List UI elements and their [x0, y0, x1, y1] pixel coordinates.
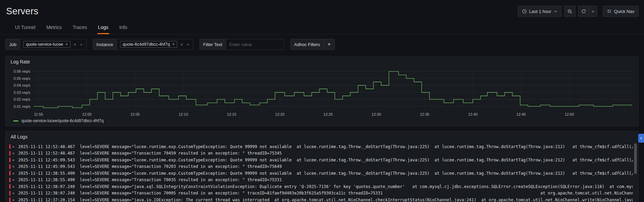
- log-row[interactable]: ▸2025-11-11 12:52:48.467 level=SEVERE me…: [9, 143, 633, 150]
- x-axis-label: 12:10: [179, 112, 188, 116]
- remove-chip-icon[interactable]: ×: [172, 42, 175, 46]
- chart-legend: quote-service-lucee/quote-6c4d97dbcc-4hf…: [6, 117, 638, 126]
- y-axis-label: 0.02 req/s: [14, 97, 30, 101]
- tab-traces[interactable]: Traces: [72, 20, 88, 34]
- tab-ui-tunnel[interactable]: UI Tunnel: [14, 20, 36, 34]
- log-text: 2025-11-11 12:38:55.490 level=SEVERE mes…: [18, 171, 633, 176]
- top-bar: Servers Last 1 hour: [0, 0, 644, 20]
- filter-text-label: Filter Text: [199, 39, 226, 50]
- adhoc-filters-label: Adhoc Filters: [290, 39, 324, 50]
- log-rate-chart[interactable]: [34, 67, 632, 111]
- x-axis-label: 12:00: [82, 112, 92, 116]
- log-level-bar: [9, 184, 11, 189]
- log-level-bar: [9, 171, 11, 175]
- log-text: 2025-11-11 12:52:48.467 level=SEVERE mes…: [18, 151, 282, 156]
- add-adhoc-filter-button[interactable]: +: [324, 39, 335, 50]
- y-axis-label: 0.06 req/s: [14, 69, 30, 73]
- expand-log-icon[interactable]: ▸: [13, 172, 16, 175]
- expand-log-icon[interactable]: ▸: [13, 198, 16, 202]
- time-range-picker-button[interactable]: Last 1 hour: [518, 6, 561, 17]
- chevron-down-icon: [591, 10, 595, 13]
- x-axis-label: 12:30: [372, 112, 381, 116]
- log-rate-panel: Log Rate 0.01 req/s0.02 req/s0.03 req/s0…: [5, 56, 639, 126]
- log-list: ▸2025-11-11 12:52:48.467 level=SEVERE me…: [9, 143, 633, 202]
- scrollbar-thumb[interactable]: [634, 143, 637, 174]
- log-row[interactable]: ▸2025-11-11 12:45:09.543 level=SEVERE me…: [9, 157, 633, 163]
- x-axis-label: 12:15: [227, 112, 237, 116]
- toolbar: Last 1 hour: [518, 6, 639, 17]
- log-row[interactable]: ▸2025-11-11 12:45:09.543 level=SEVERE me…: [9, 163, 633, 170]
- expand-log-icon[interactable]: ▸: [13, 191, 16, 195]
- expand-log-icon[interactable]: ▸: [13, 145, 16, 148]
- legend-series-label[interactable]: quote-service-lucee/quote-6c4d97dbcc-4hf…: [21, 118, 104, 123]
- log-row[interactable]: ▸2025-11-11 12:52:48.467 level=SEVERE me…: [9, 150, 633, 157]
- refresh-interval-dropdown[interactable]: [589, 6, 597, 17]
- log-row[interactable]: ▸2025-11-11 12:38:55.490 level=SEVERE me…: [9, 170, 633, 177]
- filter-text-group: Filter Text: [199, 39, 284, 50]
- y-axis: 0.01 req/s0.02 req/s0.03 req/s0.04 req/s…: [6, 67, 34, 111]
- chevron-down-icon: [554, 10, 557, 13]
- instance-chip-label: quote-6c4d97dbcc-4hf7q: [123, 42, 170, 47]
- log-row[interactable]: ▸2025-11-11 12:37:20.154 level=SEVERE me…: [9, 197, 633, 202]
- filter-text-input[interactable]: [226, 39, 284, 50]
- log-level-bar: [9, 144, 11, 149]
- log-text: 2025-11-11 12:37:20.154 level=SEVERE mes…: [18, 198, 633, 202]
- log-row[interactable]: ▸2025-11-11 12:38:55.490 level=SEVERE me…: [9, 177, 633, 184]
- refresh-icon: [581, 9, 586, 14]
- x-axis-label: 12:35: [420, 112, 430, 116]
- quick-nav-label: Quick Nav: [614, 9, 634, 14]
- x-axis-label: 12:50: [565, 112, 574, 116]
- expand-log-icon[interactable]: ▸: [13, 165, 16, 168]
- instance-selected-chip[interactable]: quote-6c4d97dbcc-4hf7q ×: [120, 41, 177, 48]
- log-text: 2025-11-11 12:52:48.467 level=SEVERE mes…: [18, 144, 633, 149]
- refresh-button[interactable]: [578, 6, 589, 17]
- log-level-bar: [9, 198, 11, 202]
- log-text: 2025-11-11 12:38:55.490 level=SEVERE mes…: [18, 177, 282, 182]
- adhoc-filters-group: Adhoc Filters +: [290, 39, 335, 50]
- job-filter-label: Job: [5, 39, 20, 50]
- x-axis-label: 12:45: [516, 112, 526, 116]
- legend-series-dash: [13, 120, 18, 121]
- collapse-pane-button[interactable]: [638, 134, 644, 143]
- y-axis-label: 0.05 req/s: [14, 76, 30, 81]
- tab-logs[interactable]: Logs: [97, 20, 109, 34]
- remove-chip-icon[interactable]: ×: [65, 42, 68, 46]
- job-filter-value[interactable]: quote-service-lucee × ×: [20, 39, 87, 50]
- clear-selection-icon[interactable]: ×: [180, 42, 183, 47]
- quick-nav-button[interactable]: Quick Nav: [603, 6, 639, 17]
- vertical-scrollbar[interactable]: [634, 143, 637, 202]
- tab-metrics[interactable]: Metrics: [46, 20, 62, 34]
- log-text: 2025-11-11 12:45:09.543 level=SEVERE mes…: [18, 164, 282, 169]
- clock-icon: [522, 9, 527, 14]
- expand-log-icon[interactable]: ▸: [13, 152, 16, 155]
- log-row[interactable]: ▸2025-11-11 12:38:07.240 level=SEVERE me…: [9, 183, 633, 190]
- x-axis-label: 12:25: [324, 112, 333, 116]
- y-axis-label: 0.01 req/s: [14, 104, 30, 109]
- chevron-down-icon[interactable]: [186, 43, 190, 46]
- expand-log-icon[interactable]: ▸: [13, 178, 16, 182]
- instance-filter-value[interactable]: quote-6c4d97dbcc-4hf7q × ×: [117, 39, 193, 50]
- tab-info[interactable]: Info: [119, 20, 128, 34]
- x-axis: 11:5512:0012:0512:1012:1512:2012:2512:30…: [34, 111, 632, 117]
- chevron-down-icon[interactable]: [79, 43, 83, 46]
- x-axis-label: 12:05: [130, 112, 140, 116]
- all-logs-panel: All Logs ▸2025-11-11 12:52:48.467 level=…: [5, 131, 639, 202]
- all-logs-panel-title: All Logs: [6, 131, 638, 140]
- expand-log-icon[interactable]: ▸: [13, 158, 16, 162]
- job-selected-chip[interactable]: quote-service-lucee ×: [23, 41, 71, 48]
- log-level-bar: [9, 178, 11, 182]
- log-text: 2025-11-11 12:38:07.240 level=SEVERE mes…: [18, 191, 633, 196]
- chevron-left-icon: [640, 136, 643, 140]
- log-level-bar: [9, 151, 11, 156]
- log-level-bar: [9, 191, 11, 196]
- log-level-bar: [9, 164, 11, 169]
- log-text: 2025-11-11 12:38:07.240 level=SEVERE mes…: [18, 184, 633, 189]
- zoom-out-time-button[interactable]: [564, 6, 575, 17]
- job-filter: Job quote-service-lucee × ×: [5, 39, 87, 50]
- clear-selection-icon[interactable]: ×: [74, 42, 76, 47]
- log-row[interactable]: ▸2025-11-11 12:38:07.240 level=SEVERE me…: [9, 190, 633, 197]
- instance-filter: Instance quote-6c4d97dbcc-4hf7q × ×: [93, 39, 193, 50]
- filter-bar: Job quote-service-lucee × × Instance quo…: [0, 34, 644, 54]
- job-chip-label: quote-service-lucee: [26, 42, 63, 47]
- expand-log-icon[interactable]: ▸: [13, 185, 16, 188]
